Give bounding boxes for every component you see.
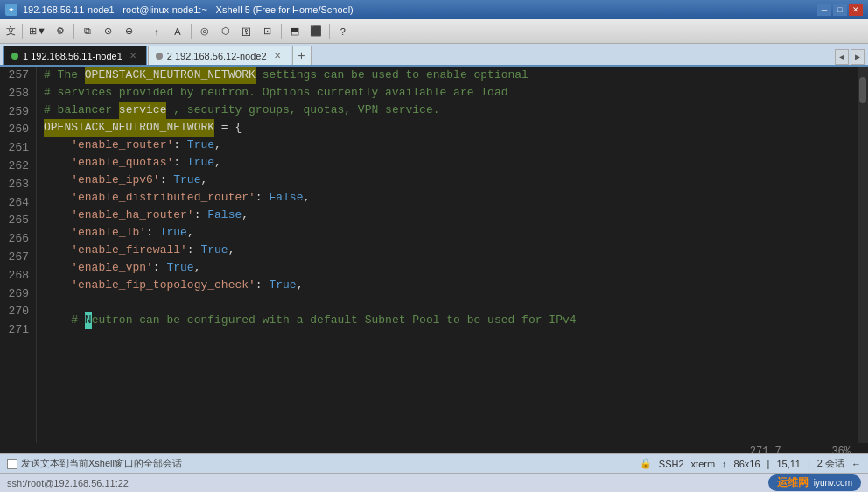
line-num-264: 264 xyxy=(4,194,29,213)
code-varname-260: OPENSTACK_NEUTRON_NETWORK xyxy=(44,119,214,137)
editor-area: 257 258 259 260 261 262 263 264 265 266 … xyxy=(0,67,868,453)
toolbar-help-btn[interactable]: ? xyxy=(333,22,353,41)
editor-content: 257 258 259 260 261 262 263 264 265 266 … xyxy=(0,67,868,443)
code-val-263: True xyxy=(173,172,200,190)
code-indent-263 xyxy=(44,172,71,190)
toolbar-font-btn[interactable]: A xyxy=(168,22,187,41)
status-divider-2: | xyxy=(808,459,810,469)
code-key-263: 'enable_ipv6' xyxy=(71,172,159,190)
toolbar-paste-btn[interactable]: ⊙ xyxy=(99,22,118,41)
code-key-262: 'enable_quotas' xyxy=(71,154,173,172)
line-num-259: 259 xyxy=(4,103,29,122)
toolbar-lock-btn[interactable]: ⚿ xyxy=(237,22,256,41)
line-num-270: 270 xyxy=(4,303,29,321)
tab-node1[interactable]: 1 192.168.56.11-node1 ✕ xyxy=(4,46,147,65)
app-window: ✦ 192.168.56.11-node1 - root@linux-node1… xyxy=(0,0,868,492)
code-indent-262 xyxy=(44,154,71,172)
line-num-265: 265 xyxy=(4,212,29,230)
code-line-267: 'enable_firewall': True, xyxy=(44,242,850,259)
status-size-label: 86x16 xyxy=(734,459,760,469)
tab-close-2[interactable]: ✕ xyxy=(271,50,284,62)
code-line-260: OPENSTACK_NEUTRON_NETWORK = { xyxy=(44,119,850,137)
code-indent-264 xyxy=(44,189,71,207)
line-num-261: 261 xyxy=(4,139,29,158)
toolbar-copy-btn[interactable]: ⧉ xyxy=(78,22,97,41)
code-colon-264: : xyxy=(256,189,270,207)
connection-label: ssh:/root@192.168.56.11:22 xyxy=(7,478,761,488)
scrollbar-thumb[interactable] xyxy=(859,77,866,103)
tab-next-button[interactable]: ▶ xyxy=(850,49,864,65)
status-size-icon: ↕ xyxy=(722,459,727,469)
status-ssh-label: SSH2 xyxy=(659,459,684,469)
window-title: 192.168.56.11-node1 - root@linux-node1:~… xyxy=(23,4,354,15)
code-comma-262: , xyxy=(214,154,221,172)
toolbar-split-btn[interactable]: ⬛ xyxy=(306,22,326,41)
code-colon-262: : xyxy=(173,154,187,172)
code-comma-269: , xyxy=(297,277,304,295)
watermark-url: iyunv.com xyxy=(814,478,852,488)
code-indent-268 xyxy=(44,259,71,278)
line-numbers: 257 258 259 260 261 262 263 264 265 266 … xyxy=(0,67,37,443)
toolbar-sep-5 xyxy=(281,24,282,39)
minimize-button[interactable]: ─ xyxy=(817,4,831,16)
code-display[interactable]: # The OPENSTACK_NEUTRON_NETWORK settings… xyxy=(37,67,858,443)
tab-add-button[interactable]: + xyxy=(292,46,312,65)
toolbar-sep-6 xyxy=(329,24,330,39)
toolbar-hex-btn[interactable]: ⬡ xyxy=(216,22,235,41)
code-comment-271a: # xyxy=(71,312,85,330)
status-pos-label: 15,11 xyxy=(776,459,801,469)
code-line-257: # The OPENSTACK_NEUTRON_NETWORK settings… xyxy=(44,67,850,84)
line-num-266: 266 xyxy=(4,230,29,249)
code-comment-259a: # balancer xyxy=(44,102,119,120)
toolbar-sep-3 xyxy=(143,24,144,39)
maximize-button[interactable]: □ xyxy=(833,4,847,16)
tab-prev-button[interactable]: ◀ xyxy=(835,49,849,65)
code-line-264: 'enable_distributed_router': False, xyxy=(44,189,850,207)
toolbar-settings-btn[interactable]: ⚙ xyxy=(51,22,70,41)
code-comment-257b: settings can be used to enable optional xyxy=(256,67,528,84)
code-colon-265: : xyxy=(194,207,208,225)
vertical-scrollbar[interactable] xyxy=(858,67,868,443)
toolbar-find-btn[interactable]: ⊕ xyxy=(120,22,139,41)
code-highlight-257: OPENSTACK_NEUTRON_NETWORK xyxy=(85,67,256,84)
code-indent-266 xyxy=(44,224,71,242)
code-val-264: False xyxy=(269,189,303,207)
toolbar-upload-btn[interactable]: ↑ xyxy=(147,22,166,41)
code-comment-259b: , security groups, quotas, VPN service. xyxy=(166,102,439,120)
toolbar-radio-btn[interactable]: ◎ xyxy=(195,22,214,41)
close-button[interactable]: ✕ xyxy=(849,4,863,16)
code-line-262: 'enable_quotas': True, xyxy=(44,154,850,172)
toolbar-sep-1 xyxy=(22,24,23,39)
toolbar-layout-btn[interactable]: ⬒ xyxy=(285,22,304,41)
status-checkbox[interactable] xyxy=(7,459,18,469)
code-comma-266: , xyxy=(187,224,194,242)
status-text: 发送文本到当前Xshell窗口的全部会话 xyxy=(21,457,636,470)
toolbar-grid-btn[interactable]: ⊡ xyxy=(258,22,277,41)
status-bar: 发送文本到当前Xshell窗口的全部会话 🔒 SSH2 xterm ↕ 86x1… xyxy=(0,453,868,473)
line-num-268: 268 xyxy=(4,267,29,285)
line-num-267: 267 xyxy=(4,249,29,267)
code-key-266: 'enable_lb' xyxy=(71,224,146,242)
code-key-268: 'enable_vpn' xyxy=(71,259,153,278)
app-icon: ✦ xyxy=(5,4,18,16)
code-line-265: 'enable_ha_router': False, xyxy=(44,207,850,224)
code-line-261: 'enable_router': True, xyxy=(44,137,850,154)
code-colon-267: : xyxy=(187,242,201,260)
status-sessions-label: 2 会话 xyxy=(817,457,844,470)
code-val-268: True xyxy=(166,259,193,278)
title-bar: ✦ 192.168.56.11-node1 - root@linux-node1… xyxy=(0,0,868,19)
position-label: 271,7 xyxy=(750,446,781,453)
code-line-268: 'enable_vpn': True, xyxy=(44,259,850,277)
line-num-257: 257 xyxy=(4,67,29,85)
tab-close-1[interactable]: ✕ xyxy=(127,50,139,62)
line-num-258: 258 xyxy=(4,85,29,103)
code-val-267: True xyxy=(200,242,228,260)
line-num-269: 269 xyxy=(4,285,29,304)
tab-label-2: 2 192.168.56.12-node2 xyxy=(167,51,267,61)
toolbar-sep-4 xyxy=(191,24,192,39)
code-colon-263: : xyxy=(160,172,174,190)
toolbar-new-btn[interactable]: ⊞▼ xyxy=(26,22,49,41)
tab-node2[interactable]: 2 192.168.56.12-node2 ✕ xyxy=(148,46,291,65)
code-comma-268: , xyxy=(194,259,201,278)
line-num-262: 262 xyxy=(4,158,29,176)
